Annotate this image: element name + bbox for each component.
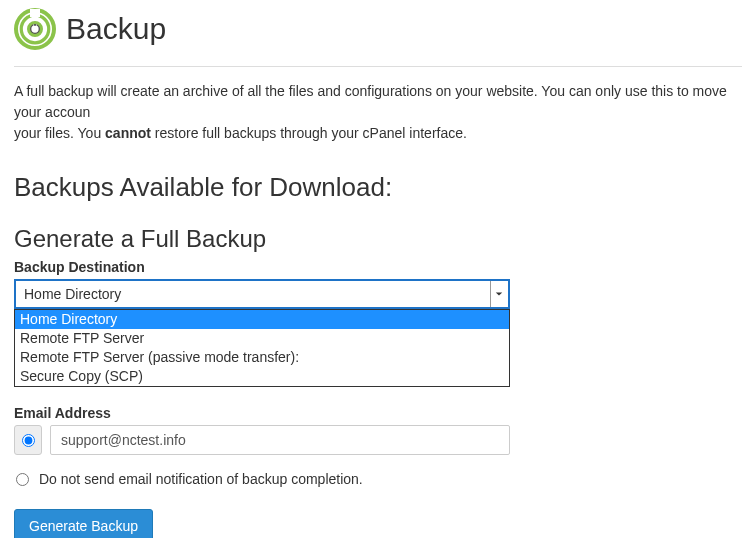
backup-destination-dropdown: Home Directory Remote FTP Server Remote … (14, 309, 510, 387)
dropdown-option-remote-ftp[interactable]: Remote FTP Server (15, 329, 509, 348)
email-address-label: Email Address (14, 405, 742, 421)
email-address-input[interactable] (50, 425, 510, 455)
chevron-down-icon (490, 281, 506, 307)
svg-point-2 (30, 24, 40, 34)
dropdown-option-scp[interactable]: Secure Copy (SCP) (15, 367, 509, 386)
generate-backup-button[interactable]: Generate Backup (14, 509, 153, 538)
no-email-notify-label: Do not send email notification of backup… (39, 471, 363, 487)
no-email-notify-radio[interactable] (16, 473, 29, 486)
dropdown-option-home-directory[interactable]: Home Directory (15, 310, 509, 329)
backup-icon (14, 8, 56, 50)
svg-point-0 (21, 15, 49, 43)
backup-destination-select[interactable]: Home Directory (14, 279, 510, 309)
dropdown-option-remote-ftp-passive[interactable]: Remote FTP Server (passive mode transfer… (15, 348, 509, 367)
intro-text: A full backup will create an archive of … (14, 81, 742, 144)
backups-available-heading: Backups Available for Download: (14, 172, 742, 203)
backup-destination-label: Backup Destination (14, 259, 742, 275)
svg-rect-3 (33, 22, 36, 27)
svg-rect-4 (34, 22, 36, 26)
backup-destination-value: Home Directory (24, 286, 121, 302)
generate-backup-heading: Generate a Full Backup (14, 225, 742, 253)
email-notify-radio-wrap[interactable] (14, 425, 42, 455)
svg-rect-1 (32, 12, 38, 18)
email-notify-radio[interactable] (22, 434, 35, 447)
page-header: Backup (14, 8, 742, 67)
page-title: Backup (66, 12, 166, 46)
